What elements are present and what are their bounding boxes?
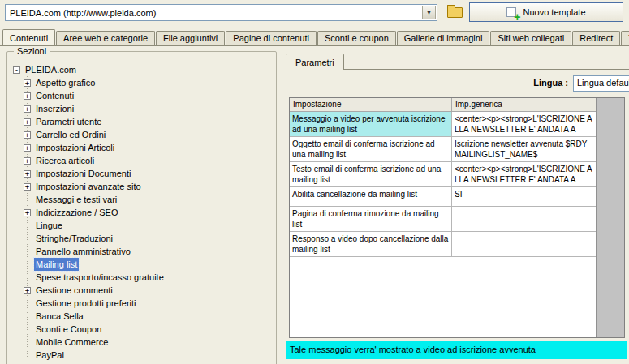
- expand-icon[interactable]: +: [24, 170, 31, 178]
- expand-icon[interactable]: +: [24, 157, 31, 165]
- expand-icon[interactable]: +: [24, 287, 31, 294]
- tree-item-label: Indicizzazione / SEO: [34, 206, 120, 219]
- tree-leaf-spacer: [24, 274, 31, 281]
- setting-name-cell[interactable]: Responso a video dopo cancellazione dall…: [290, 232, 452, 257]
- tree-item-inserzioni[interactable]: +Inserzioni: [24, 102, 271, 115]
- add-template-icon: [506, 7, 516, 17]
- tree-leaf-spacer: [24, 326, 31, 333]
- setting-name-cell[interactable]: Testo email di conferma iscrizione ad un…: [290, 162, 452, 187]
- tab-pagine-di-contenuti[interactable]: Pagine di contenuti: [226, 31, 317, 45]
- tree-item-label: Contenuti: [34, 89, 75, 102]
- collapse-icon[interactable]: -: [13, 66, 20, 74]
- expand-icon[interactable]: +: [24, 105, 31, 113]
- table-row: Responso a video dopo cancellazione dall…: [290, 232, 597, 257]
- tree-item-parametri-utente[interactable]: +Parametri utente: [24, 115, 271, 128]
- tree-item-aspetto-grafico[interactable]: +Aspetto grafico: [24, 76, 271, 89]
- tree-item-stringhe-traduzioni[interactable]: Stringhe/Traduzioni: [24, 232, 271, 245]
- tree-item-contenuti[interactable]: +Contenuti: [24, 89, 271, 102]
- tab-contenuti[interactable]: Contenuti: [2, 29, 55, 46]
- expand-icon[interactable]: +: [24, 183, 31, 191]
- tab-siti-web-collegati[interactable]: Siti web collegati: [490, 31, 571, 45]
- tree-leaf-spacer: [24, 222, 31, 229]
- tree-item-impostazioni-articoli[interactable]: +Impostazioni Articoli: [24, 141, 271, 154]
- setting-name-cell[interactable]: Oggetto email di conferma iscrizione ad …: [290, 137, 452, 162]
- tree-item-label: Banca Sella: [34, 310, 85, 323]
- tree-item-gestione-prodotti-preferiti[interactable]: Gestione prodotti preferiti: [24, 297, 271, 310]
- tree-leaf-spacer: [24, 352, 31, 359]
- tab-parametri[interactable]: Parametri: [286, 54, 344, 70]
- tree-item-label: Parametri utente: [34, 115, 103, 128]
- tree-item-mobile-commerce[interactable]: Mobile Commerce: [24, 336, 271, 349]
- tree-item-gestione-commenti[interactable]: +Gestione commenti: [24, 284, 271, 297]
- tree-item-spese-trasporto-incasso-gratuite[interactable]: Spese trasporto/incasso gratuite: [24, 271, 271, 284]
- tree-item-label: PayPal: [34, 349, 66, 362]
- tree-leaf-spacer: [24, 300, 31, 307]
- grid-rows: Messaggio a video per avvenuta iscrizion…: [290, 112, 624, 257]
- tree-item-label: Aspetto grafico: [34, 76, 97, 89]
- language-combobox-value: Lingua default: [577, 78, 629, 88]
- table-row: Pagina di conferma rimozione da mailing …: [290, 207, 597, 232]
- tree-item-label: Messaggi e testi vari: [34, 193, 118, 206]
- expand-icon[interactable]: +: [24, 92, 31, 100]
- tree-item-messaggi-e-testi-vari[interactable]: Messaggi e testi vari: [24, 193, 271, 206]
- tree-item-impostazioni-documenti[interactable]: +Impostazioni Documenti: [24, 167, 271, 180]
- tab-sconti-e-coupon[interactable]: Sconti e coupon: [317, 31, 396, 45]
- setting-value-cell[interactable]: <center><p><strong>L'ISCRIZIONE ALLA NEW…: [452, 162, 597, 187]
- tab-file-aggiuntivi[interactable]: File aggiuntivi: [156, 31, 225, 45]
- setting-value-cell[interactable]: SI: [452, 187, 597, 207]
- tab-gallerie-di-immagini[interactable]: Gallerie di immagini: [397, 31, 490, 45]
- setting-name-cell[interactable]: Messaggio a video per avvenuta iscrizion…: [290, 112, 452, 137]
- tree-item-lingue[interactable]: Lingue: [24, 219, 271, 232]
- column-header-imp-generica: Imp.generica: [452, 98, 597, 112]
- tab-template-e-p[interactable]: Template e p: [621, 31, 629, 45]
- tree-item-label: Pannello amministrativo: [34, 245, 132, 258]
- sections-group-label: Sezioni: [14, 46, 50, 56]
- tree-item-label: Gestione prodotti preferiti: [34, 297, 138, 310]
- tree-item-banca-sella[interactable]: Banca Sella: [24, 310, 271, 323]
- tree-item-label: Carrello ed Ordini: [34, 128, 107, 141]
- tree-item-pannello-amministrativo[interactable]: Pannello amministrativo: [24, 245, 271, 258]
- info-message-bar: Tale messaggio verra' mostrato a video a…: [286, 341, 627, 359]
- tree-item-label: Spese trasporto/incasso gratuite: [34, 271, 166, 284]
- tree-item-ricerca-articoli[interactable]: +Ricerca articoli: [24, 154, 271, 167]
- expand-icon[interactable]: +: [24, 209, 31, 216]
- tree-item-label: Lingue: [34, 219, 64, 232]
- expand-icon[interactable]: +: [24, 118, 31, 126]
- setting-name-cell[interactable]: Abilita cancellazione da mailing list: [290, 187, 452, 207]
- tree-item-paypal[interactable]: PayPal: [24, 349, 271, 362]
- tree-item-sconti-e-coupon[interactable]: Sconti e Coupon: [24, 323, 271, 336]
- expand-icon[interactable]: +: [24, 144, 31, 152]
- settings-grid: Impostazione Imp.generica Messaggio a vi…: [289, 97, 625, 338]
- open-folder-button[interactable]: [444, 3, 466, 22]
- setting-value-cell[interactable]: [452, 232, 597, 257]
- tree-leaf-spacer: [24, 313, 31, 320]
- tree-item-label: Gestione commenti: [34, 284, 114, 297]
- tree-item-mailing-list[interactable]: Mailing list: [24, 258, 271, 271]
- tree-item-impostazioni-avanzate-sito[interactable]: +Impostazioni avanzate sito: [24, 180, 271, 193]
- tree-root-label: PLEIDA.com: [24, 63, 78, 76]
- site-combobox[interactable]: PLEIDA.com (http://www.pleida.com) ▼: [5, 4, 437, 21]
- tree-leaf-spacer: [24, 235, 31, 242]
- tree-item-label: Mobile Commerce: [34, 336, 110, 349]
- tree-item-indicizzazione-seo[interactable]: +Indicizzazione / SEO: [24, 206, 271, 219]
- chevron-down-icon[interactable]: ▼: [422, 6, 436, 19]
- table-row: Oggetto email di conferma iscrizione ad …: [290, 137, 597, 162]
- table-row: Messaggio a video per avvenuta iscrizion…: [290, 112, 597, 137]
- tree-root-item[interactable]: - PLEIDA.com: [13, 63, 271, 76]
- setting-value-cell[interactable]: [452, 207, 597, 232]
- tree-item-carrello-ed-ordini[interactable]: +Carrello ed Ordini: [24, 128, 271, 141]
- tree-leaf-spacer: [24, 248, 31, 255]
- language-combobox[interactable]: Lingua default: [573, 75, 629, 92]
- new-template-button[interactable]: Nuovo template: [469, 2, 623, 22]
- setting-value-cell[interactable]: Iscrizione newsletter avvenuta $RDY_MAIL…: [452, 137, 597, 162]
- expand-icon[interactable]: +: [24, 131, 31, 139]
- setting-value-cell[interactable]: <center><p><strong>L'ISCRIZIONE ALLA NEW…: [452, 112, 597, 137]
- tab-redirect[interactable]: Redirect: [572, 31, 620, 45]
- tab-aree-web-e-categorie[interactable]: Aree web e categorie: [56, 31, 155, 45]
- tree-item-label: Ricerca articoli: [34, 154, 96, 167]
- tree-children: +Aspetto grafico+Contenuti+Inserzioni+Pa…: [13, 76, 271, 362]
- table-row: Testo email di conferma iscrizione ad un…: [290, 162, 597, 187]
- expand-icon[interactable]: +: [24, 79, 31, 87]
- tree-leaf-spacer: [24, 196, 31, 203]
- setting-name-cell[interactable]: Pagina di conferma rimozione da mailing …: [290, 207, 452, 232]
